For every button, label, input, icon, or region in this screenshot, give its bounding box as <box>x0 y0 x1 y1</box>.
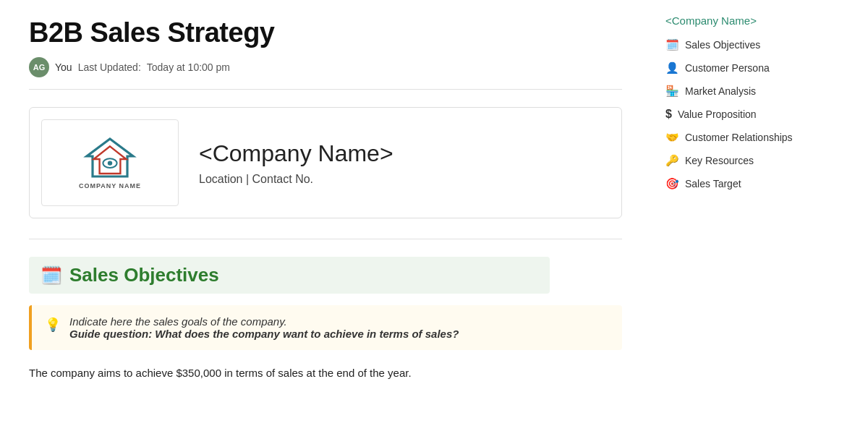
section-divider <box>29 239 622 239</box>
sidebar-item-key-resources[interactable]: 🔑Key Resources <box>665 151 825 170</box>
info-block: 💡 Indicate here the sales goals of the c… <box>29 305 622 350</box>
svg-point-3 <box>108 161 112 165</box>
sidebar-emoji-0: 🗓️ <box>665 38 679 51</box>
sidebar-label-3: Value Proposition <box>678 108 757 120</box>
company-details: Location | Contact No. <box>199 173 393 186</box>
sales-objectives-heading: 🗓️ Sales Objectives <box>29 257 550 294</box>
info-block-content: Indicate here the sales goals of the com… <box>69 315 459 340</box>
sidebar-label-6: Sales Target <box>685 178 741 189</box>
sales-objectives-emoji: 🗓️ <box>41 265 62 286</box>
sidebar-emoji-4: 🤝 <box>665 131 679 144</box>
company-name: <Company Name> <box>199 140 393 167</box>
main-content: B2B Sales Strategy AG You Last Updated: … <box>0 0 651 439</box>
sidebar-label-0: Sales Objectives <box>685 39 760 51</box>
sidebar-item-customer-persona[interactable]: 👤Customer Persona <box>665 59 825 77</box>
company-logo-box: COMPANY NAME <box>41 119 179 206</box>
lightbulb-icon: 💡 <box>45 317 61 333</box>
sidebar-label-2: Market Analysis <box>685 85 756 97</box>
company-logo-label: COMPANY NAME <box>79 182 141 189</box>
company-logo-svg <box>81 136 139 179</box>
meta-row: AG You Last Updated: Today at 10:00 pm <box>29 57 622 90</box>
sidebar-item-sales-target[interactable]: 🎯Sales Target <box>665 174 825 193</box>
last-updated-label: Last Updated: <box>78 61 141 73</box>
sidebar-label-5: Key Resources <box>685 155 754 166</box>
sidebar-label-1: Customer Persona <box>685 62 770 74</box>
sidebar-item-value-proposition[interactable]: $Value Proposition <box>665 105 825 124</box>
sidebar-emoji-2: 🏪 <box>665 85 679 98</box>
sidebar-item-market-analysis[interactable]: 🏪Market Analysis <box>665 82 825 101</box>
avatar: AG <box>29 57 49 77</box>
info-italic-text: Indicate here the sales goals of the com… <box>69 315 287 328</box>
sidebar-emoji-5: 🔑 <box>665 154 679 167</box>
sidebar-emoji-3: $ <box>665 108 672 121</box>
page-title: B2B Sales Strategy <box>29 17 622 48</box>
guide-question-text: Guide question: What does the company wa… <box>69 328 459 340</box>
sales-objectives-title: Sales Objectives <box>69 264 219 286</box>
svg-marker-0 <box>87 139 133 176</box>
svg-marker-1 <box>94 146 127 174</box>
sidebar-item-sales-objectives[interactable]: 🗓️Sales Objectives <box>665 35 825 54</box>
company-card: COMPANY NAME <Company Name> Location | C… <box>29 107 622 218</box>
sidebar-emoji-6: 🎯 <box>665 177 679 190</box>
body-text: The company aims to achieve $350,000 in … <box>29 365 622 382</box>
sidebar-emoji-1: 👤 <box>665 61 679 74</box>
sidebar: <Company Name> 🗓️Sales Objectives👤Custom… <box>651 0 839 439</box>
author-name: You <box>55 61 72 73</box>
sidebar-item-customer-relationships[interactable]: 🤝Customer Relationships <box>665 128 825 147</box>
sidebar-label-4: Customer Relationships <box>685 132 793 143</box>
sidebar-company-name[interactable]: <Company Name> <box>665 14 825 27</box>
company-info: <Company Name> Location | Contact No. <box>199 140 393 186</box>
last-updated-value: Today at 10:00 pm <box>147 61 230 73</box>
sidebar-nav: 🗓️Sales Objectives👤Customer Persona🏪Mark… <box>665 35 825 193</box>
